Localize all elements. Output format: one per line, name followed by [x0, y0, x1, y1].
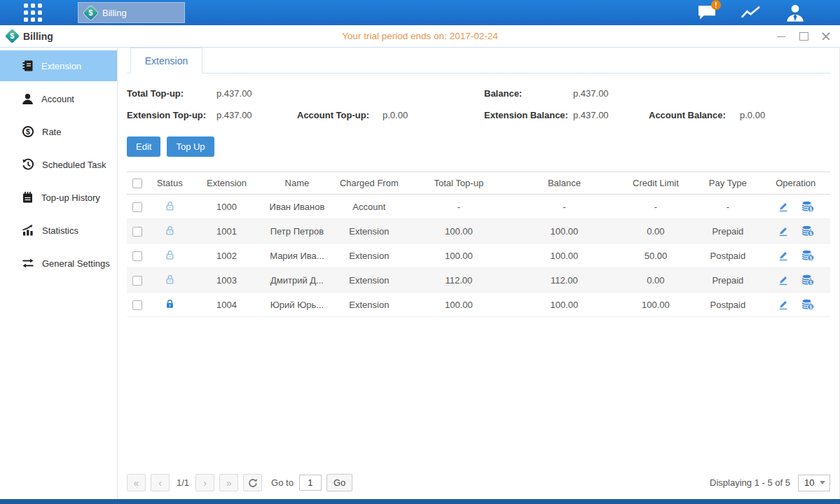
cell-balance: 112.00 [511, 268, 617, 293]
top-up-row-icon[interactable]: $ [801, 299, 814, 310]
sidebar-item-account[interactable]: Account [0, 83, 117, 114]
extension-icon [22, 59, 34, 72]
sidebar-item-extension[interactable]: Extension [0, 50, 117, 81]
top-up-row-icon[interactable]: $ [801, 250, 814, 261]
col-balance: Balance [511, 172, 617, 195]
sidebar-item-topup-history[interactable]: Top-up History [0, 182, 117, 213]
total-topup-label: Total Top-up: [127, 88, 216, 99]
top-up-button[interactable]: Top Up [167, 136, 214, 157]
cell-total-topup: 100.00 [406, 219, 512, 244]
goto-page-input[interactable] [299, 475, 322, 491]
lock-open-icon[interactable] [165, 200, 175, 211]
cell-name: Мария Ива... [262, 244, 332, 268]
account-balance-label: Account Balance: [649, 110, 740, 120]
go-button[interactable]: Go [326, 474, 352, 491]
cell-charged-from: Extension [332, 219, 406, 244]
cell-credit-limit: 100.00 [617, 293, 694, 317]
row-checkbox[interactable] [132, 227, 142, 237]
lock-open-icon[interactable] [165, 225, 175, 236]
cell-pay-type: Prepaid [694, 268, 761, 293]
col-name: Name [262, 172, 332, 195]
row-checkbox[interactable] [132, 276, 142, 286]
tab-extension[interactable]: Extension [130, 48, 202, 74]
desktop-taskbar: $ Billing ! [0, 0, 840, 25]
cell-balance: 100.00 [511, 244, 617, 268]
edit-row-icon[interactable] [778, 201, 789, 212]
rate-icon: $ [22, 125, 34, 138]
cell-balance: 100.00 [511, 219, 617, 244]
balance-label: Balance: [484, 88, 573, 99]
cell-name: Дмитрий Д... [262, 268, 332, 293]
sidebar-item-rate[interactable]: $ Rate [0, 116, 117, 147]
cell-name: Юрий Юрь... [262, 293, 332, 317]
lock-open-icon[interactable] [165, 249, 175, 260]
page-indicator: 1/1 [177, 477, 189, 488]
last-page-button[interactable]: » [219, 474, 238, 491]
cell-extension: 1000 [191, 195, 261, 219]
svg-text:$: $ [26, 127, 30, 136]
table-row: 1000 Иван Иванов Account - - - - $ [127, 195, 830, 219]
select-all-checkbox[interactable] [132, 178, 142, 188]
pagination-bar: « ‹ 1/1 › » Go to Go Displaying 1 - 5 of… [127, 474, 830, 491]
row-checkbox[interactable] [132, 300, 142, 310]
svg-text:$: $ [809, 255, 812, 261]
lock-open-icon[interactable] [165, 274, 175, 285]
first-page-button[interactable]: « [127, 474, 146, 491]
user-account-icon[interactable] [784, 4, 806, 22]
sidebar-label: Top-up History [41, 192, 100, 203]
page-size-select[interactable]: 10 [798, 475, 830, 491]
edit-row-icon[interactable] [778, 225, 789, 237]
cell-extension: 1001 [191, 219, 261, 244]
sidebar-item-statistics[interactable]: Statistics [0, 215, 117, 246]
resource-monitor-icon[interactable] [740, 4, 762, 22]
sidebar-item-scheduled-task[interactable]: Scheduled Task [0, 149, 117, 180]
messages-icon[interactable]: ! [696, 4, 718, 22]
main-content: Extension Total Top-up: p.437.00 Balance… [118, 48, 840, 499]
cell-pay-type: - [694, 195, 761, 219]
refresh-button[interactable] [243, 474, 262, 491]
svg-text:$: $ [809, 231, 812, 237]
taskbar-billing-tab[interactable]: $ Billing [78, 2, 185, 23]
close-icon[interactable] [820, 31, 832, 41]
edit-row-icon[interactable] [778, 299, 789, 310]
col-extension: Extension [191, 172, 261, 195]
next-page-button[interactable]: › [195, 474, 214, 491]
screen: $ Billing ! $ Billing Yo [0, 0, 840, 504]
col-operation: Operation [762, 172, 830, 195]
extension-topup-label: Extension Top-up: [127, 110, 216, 120]
billing-app-icon: $ [83, 5, 98, 20]
maximize-icon[interactable] [798, 31, 809, 41]
table-row: 1001 Петр Петров Extension 100.00 100.00… [127, 219, 830, 244]
edit-button[interactable]: Edit [127, 136, 160, 157]
cell-name: Иван Иванов [262, 195, 332, 219]
lock-closed-icon[interactable] [165, 298, 175, 309]
cell-charged-from: Extension [332, 293, 406, 317]
top-up-row-icon[interactable]: $ [801, 201, 814, 212]
sidebar-item-general-settings[interactable]: General Settings [0, 248, 117, 279]
extension-balance-label: Extension Balance: [484, 110, 573, 120]
svg-text:$: $ [809, 304, 812, 310]
edit-row-icon[interactable] [778, 274, 789, 286]
edit-row-icon[interactable] [778, 250, 789, 261]
minimize-icon[interactable] [776, 31, 787, 41]
cell-pay-type: Prepaid [694, 219, 761, 244]
top-up-row-icon[interactable]: $ [801, 225, 814, 237]
cell-pay-type: Postpaid [694, 244, 761, 268]
svg-text:$: $ [809, 280, 812, 286]
row-checkbox[interactable] [132, 251, 142, 261]
scheduled-task-icon [22, 158, 34, 171]
prev-page-button[interactable]: ‹ [151, 474, 170, 491]
billing-window-icon: $ [5, 29, 20, 43]
window-title: Billing [23, 31, 53, 42]
cell-credit-limit: 0.00 [617, 268, 694, 293]
cell-extension: 1002 [191, 244, 261, 268]
col-status: Status [148, 172, 191, 195]
app-launcher-icon[interactable] [24, 4, 49, 22]
window-titlebar: $ Billing Your trial period ends on: 201… [0, 25, 840, 48]
row-checkbox[interactable] [132, 202, 142, 212]
sidebar-label: Extension [41, 61, 81, 71]
top-up-row-icon[interactable]: $ [801, 274, 814, 286]
cell-balance: - [511, 195, 617, 219]
cell-credit-limit: 50.00 [617, 244, 694, 268]
sidebar: Extension Account $ Rate [0, 48, 118, 499]
